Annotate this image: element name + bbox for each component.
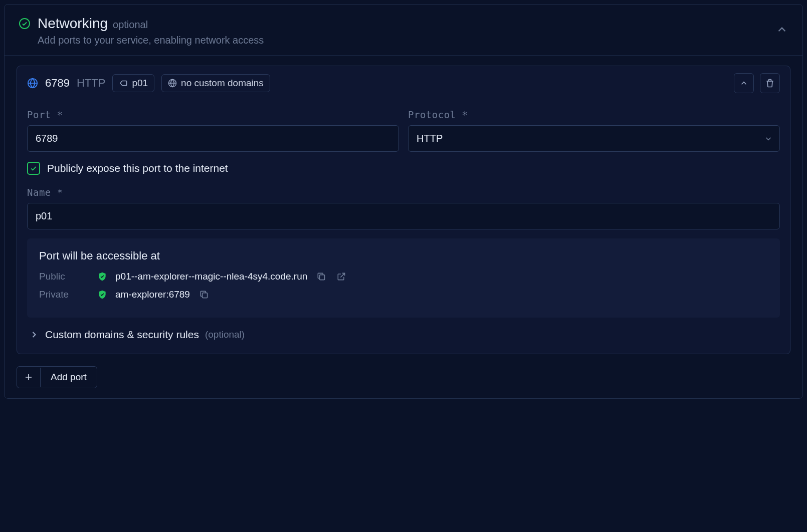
section-header-left: Networking optional Add ports to your se…	[19, 16, 264, 46]
open-public-url-button[interactable]	[335, 271, 347, 283]
access-info-box: Port will be accessible at Public p01--a…	[27, 238, 780, 318]
plus-icon	[17, 368, 41, 387]
access-title: Port will be accessible at	[39, 249, 768, 262]
checkbox-checked-icon	[27, 162, 40, 175]
public-access-row: Public p01--am-explorer--magic--nlea-4sy…	[39, 271, 768, 283]
protocol-label: Protocol *	[408, 109, 780, 120]
public-expose-checkbox[interactable]: Publicly expose this port to the interne…	[27, 162, 780, 175]
name-field-group: Name *	[27, 187, 780, 229]
section-title-block: Networking optional Add ports to your se…	[38, 16, 264, 46]
add-port-button[interactable]: Add port	[17, 366, 97, 388]
private-access-row: Private am-explorer:6789	[39, 289, 768, 301]
chevron-right-icon	[29, 330, 39, 340]
name-label: Name *	[27, 187, 780, 198]
public-url: p01--am-explorer--magic--nlea-4sy4.code.…	[115, 271, 307, 282]
check-circle-icon	[19, 18, 31, 30]
shield-check-icon	[97, 290, 107, 300]
copy-public-url-button[interactable]	[315, 271, 327, 283]
public-expose-label: Publicly expose this port to the interne…	[47, 162, 228, 174]
tag-icon	[119, 79, 128, 88]
custom-domains-optional: (optional)	[205, 329, 245, 340]
add-port-label: Add port	[41, 367, 97, 388]
name-input[interactable]	[27, 203, 780, 229]
port-field-group: Port *	[27, 109, 399, 152]
globe-icon	[168, 79, 177, 88]
port-name-badge-text: p01	[132, 78, 148, 89]
custom-domains-toggle[interactable]: Custom domains & security rules (optiona…	[27, 318, 780, 343]
port-body: Port * Protocol *	[17, 100, 790, 354]
globe-icon	[27, 78, 38, 89]
collapse-section-button[interactable]	[775, 23, 788, 36]
section-title: Networking	[38, 16, 108, 32]
port-header-protocol: HTTP	[77, 77, 105, 90]
collapse-port-button[interactable]	[734, 73, 754, 93]
section-subtitle: Add ports to your service, enabling netw…	[38, 35, 264, 46]
delete-port-button[interactable]	[760, 73, 780, 93]
networking-section: Networking optional Add ports to your se…	[4, 4, 803, 399]
custom-domains-label: Custom domains & security rules	[45, 329, 199, 341]
section-optional-tag: optional	[113, 19, 148, 31]
shield-check-icon	[97, 272, 107, 282]
port-input[interactable]	[27, 125, 399, 152]
port-card: 6789 HTTP p01	[17, 66, 790, 354]
protocol-select[interactable]	[408, 125, 780, 152]
port-name-badge: p01	[112, 74, 154, 92]
custom-domains-badge-text: no custom domains	[181, 78, 264, 89]
copy-private-url-button[interactable]	[198, 289, 210, 301]
port-header-number: 6789	[45, 77, 70, 90]
port-protocol-row: Port * Protocol *	[27, 109, 780, 152]
svg-rect-3	[320, 275, 325, 280]
port-card-header: 6789 HTTP p01	[17, 66, 790, 100]
public-access-label: Public	[39, 271, 89, 282]
port-header-right	[734, 73, 780, 93]
svg-point-0	[20, 19, 30, 29]
private-url: am-explorer:6789	[115, 289, 190, 300]
custom-domains-badge: no custom domains	[161, 74, 270, 92]
section-title-row: Networking optional	[38, 16, 264, 32]
svg-rect-4	[203, 293, 208, 298]
private-access-label: Private	[39, 289, 89, 300]
protocol-select-wrap	[408, 125, 780, 152]
port-header-left: 6789 HTTP p01	[27, 74, 270, 92]
protocol-field-group: Protocol *	[408, 109, 780, 152]
port-label: Port *	[27, 109, 399, 120]
section-header: Networking optional Add ports to your se…	[5, 5, 802, 56]
